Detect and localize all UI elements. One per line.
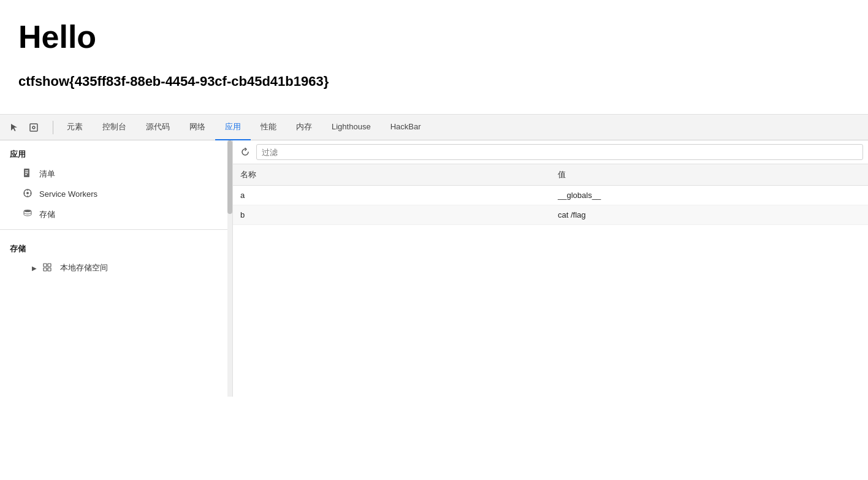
sidebar-item-manifest[interactable]: 清单 <box>0 164 232 184</box>
inspect-icon[interactable] <box>25 118 43 137</box>
devtools-tab-bar: 元素 控制台 源代码 网络 应用 性能 内存 Lighthouse HackBa… <box>0 115 868 140</box>
table-row[interactable]: a __globals__ <box>233 186 868 205</box>
tab-lighthouse[interactable]: Lighthouse <box>322 115 381 140</box>
expand-icon: ▶ <box>32 265 37 272</box>
storage-icon <box>22 208 33 220</box>
cell-name-a: a <box>233 186 550 205</box>
localstorage-label: 本地存储空间 <box>60 262 108 273</box>
manifest-icon <box>22 168 33 180</box>
service-workers-icon <box>22 188 33 200</box>
cursor-icon[interactable] <box>5 118 23 137</box>
tab-divider <box>53 121 53 134</box>
column-value: 值 <box>550 164 868 186</box>
sidebar-item-storage-app[interactable]: 存储 <box>0 204 232 224</box>
filter-input[interactable] <box>256 144 863 160</box>
cell-value-a: __globals__ <box>550 186 868 205</box>
sidebar-scrollbar-thumb <box>227 140 232 214</box>
column-name: 名称 <box>233 164 550 186</box>
tab-application[interactable]: 应用 <box>215 115 251 140</box>
page-flag: ctfshow{435ff83f-88eb-4454-93cf-cb45d41b… <box>18 74 850 90</box>
storage-table: 名称 值 a __globals__ b cat /flag <box>233 164 868 225</box>
svg-point-7 <box>26 192 29 194</box>
sidebar-item-localstorage[interactable]: ▶ 本地存储空间 <box>0 258 232 278</box>
manifest-label: 清单 <box>39 169 55 180</box>
tab-hackbar[interactable]: HackBar <box>381 115 431 140</box>
tab-elements[interactable]: 元素 <box>57 115 93 140</box>
tab-sources[interactable]: 源代码 <box>136 115 180 140</box>
refresh-button[interactable] <box>238 145 253 159</box>
svg-rect-16 <box>48 268 51 271</box>
table-row[interactable]: b cat /flag <box>233 205 868 225</box>
sidebar-divider <box>0 229 232 230</box>
page-title: Hello <box>18 18 850 55</box>
svg-rect-15 <box>44 268 47 271</box>
sidebar-scrollbar[interactable] <box>227 140 232 397</box>
tab-console[interactable]: 控制台 <box>93 115 136 140</box>
svg-point-12 <box>24 210 31 212</box>
service-workers-label: Service Workers <box>39 189 97 199</box>
storage-app-label: 存储 <box>39 209 55 220</box>
data-table: 名称 值 a __globals__ b cat /flag <box>233 164 868 397</box>
svg-rect-13 <box>44 264 47 267</box>
main-panel: 名称 值 a __globals__ b cat /flag <box>233 140 868 397</box>
svg-rect-14 <box>48 264 51 267</box>
devtools-panel: 元素 控制台 源代码 网络 应用 性能 内存 Lighthouse HackBa… <box>0 115 868 397</box>
tab-network[interactable]: 网络 <box>180 115 215 140</box>
svg-rect-0 <box>30 124 37 131</box>
cell-value-b: cat /flag <box>550 205 868 225</box>
cell-name-b: b <box>233 205 550 225</box>
devtools-toolbar-icons <box>5 118 43 137</box>
tab-performance[interactable]: 性能 <box>251 115 286 140</box>
devtools-sidebar: 应用 清单 <box>0 140 233 397</box>
grid-icon <box>43 263 51 273</box>
filter-bar <box>233 140 868 164</box>
sidebar-storage-section: 存储 <box>0 235 232 258</box>
sidebar-app-section: 应用 <box>0 140 232 164</box>
devtools-body: 应用 清单 <box>0 140 868 397</box>
sidebar-item-service-workers[interactable]: Service Workers <box>0 184 232 204</box>
tab-memory[interactable]: 内存 <box>286 115 322 140</box>
svg-rect-4 <box>25 172 28 173</box>
svg-point-1 <box>32 126 35 129</box>
svg-rect-3 <box>25 170 28 172</box>
table-header-row: 名称 值 <box>233 164 868 186</box>
webpage-area: Hello ctfshow{435ff83f-88eb-4454-93cf-cb… <box>0 0 868 115</box>
svg-rect-5 <box>25 174 27 175</box>
